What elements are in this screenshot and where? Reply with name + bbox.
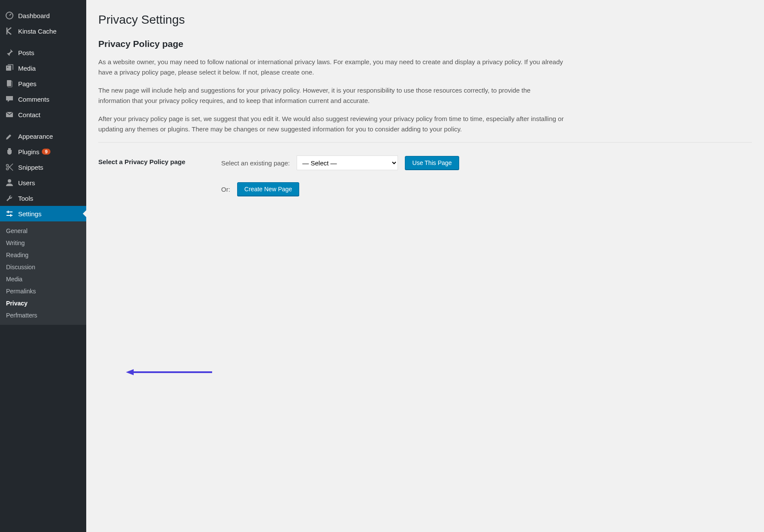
plugins-icon: [5, 147, 14, 156]
main-content: Privacy Settings Privacy Policy page As …: [86, 0, 764, 532]
settings-icon: [5, 209, 14, 218]
use-this-page-button[interactable]: Use This Page: [405, 156, 459, 170]
sidebar-item-label: Tools: [18, 195, 33, 202]
sidebar-item-label: Contact: [18, 111, 41, 118]
contact-icon: [5, 110, 14, 119]
submenu-item-privacy[interactable]: Privacy: [0, 297, 86, 309]
submenu-item-writing[interactable]: Writing: [0, 237, 86, 249]
sidebar-item-pages[interactable]: Pages: [0, 76, 86, 91]
form-row-label: Select a Privacy Policy page: [98, 156, 221, 165]
sidebar-item-plugins[interactable]: Plugins 9: [0, 144, 86, 159]
sidebar-item-label: Plugins: [18, 148, 39, 156]
sidebar-item-contact[interactable]: Contact: [0, 107, 86, 122]
media-icon: [5, 64, 14, 72]
sidebar-item-label: Kinsta Cache: [18, 28, 56, 35]
pin-icon: [5, 48, 14, 57]
submenu-item-media[interactable]: Media: [0, 273, 86, 285]
sidebar-item-appearance[interactable]: Appearance: [0, 128, 86, 144]
existing-page-label: Select an existing page:: [221, 159, 290, 167]
submenu-item-general[interactable]: General: [0, 225, 86, 237]
section-divider: [98, 142, 752, 143]
svg-point-8: [8, 179, 11, 183]
page-title: Privacy Settings: [98, 13, 752, 27]
sidebar-item-comments[interactable]: Comments: [0, 91, 86, 107]
sidebar-item-settings[interactable]: Settings: [0, 206, 86, 221]
sidebar-item-label: Users: [18, 179, 35, 187]
or-label: Or:: [221, 186, 230, 193]
sidebar-item-label: Media: [18, 65, 36, 72]
svg-rect-11: [8, 211, 9, 213]
comments-icon: [5, 95, 14, 103]
settings-submenu: General Writing Reading Discussion Media…: [0, 221, 86, 325]
privacy-policy-form-row: Select a Privacy Policy page Select an e…: [98, 156, 752, 208]
sidebar-item-label: Pages: [18, 80, 37, 87]
submenu-item-perfmatters[interactable]: Perfmatters: [0, 309, 86, 321]
intro-text: As a website owner, you may need to foll…: [98, 57, 752, 134]
sidebar-item-label: Comments: [18, 96, 50, 103]
svg-rect-1: [6, 65, 11, 71]
svg-point-2: [7, 67, 8, 68]
privacy-page-select[interactable]: — Select —: [297, 156, 398, 170]
sidebar-item-label: Posts: [18, 49, 34, 56]
sidebar-item-label: Dashboard: [18, 12, 50, 19]
sidebar-item-label: Settings: [18, 210, 41, 218]
sidebar-item-kinsta-cache[interactable]: Kinsta Cache: [0, 23, 86, 39]
intro-paragraph-2: The new page will include help and sugge…: [98, 85, 564, 106]
pages-icon: [5, 79, 14, 88]
dashboard-icon: [5, 11, 14, 20]
sidebar-item-label: Appearance: [18, 133, 53, 140]
section-title: Privacy Policy page: [98, 39, 752, 49]
sidebar-item-media[interactable]: Media: [0, 60, 86, 76]
sidebar-item-users[interactable]: Users: [0, 175, 86, 190]
svg-marker-14: [126, 369, 134, 375]
svg-rect-12: [10, 214, 11, 217]
tools-icon: [5, 194, 14, 202]
annotation-arrow-icon: [126, 368, 212, 376]
svg-rect-9: [6, 212, 13, 212]
kinsta-icon: [5, 27, 14, 35]
intro-paragraph-3: After your privacy policy page is set, w…: [98, 114, 564, 134]
admin-sidebar: Dashboard Kinsta Cache Posts Media Pages…: [0, 0, 86, 532]
plugin-update-badge: 9: [42, 149, 50, 155]
submenu-item-reading[interactable]: Reading: [0, 249, 86, 261]
sidebar-item-label: Snippets: [18, 164, 43, 171]
sidebar-item-posts[interactable]: Posts: [0, 45, 86, 60]
appearance-icon: [5, 132, 14, 140]
sidebar-item-snippets[interactable]: Snippets: [0, 159, 86, 175]
submenu-item-permalinks[interactable]: Permalinks: [0, 285, 86, 297]
svg-rect-10: [6, 215, 13, 216]
users-icon: [5, 178, 14, 187]
create-new-page-button[interactable]: Create New Page: [237, 182, 300, 196]
sidebar-item-dashboard[interactable]: Dashboard: [0, 8, 86, 23]
sidebar-item-tools[interactable]: Tools: [0, 190, 86, 206]
intro-paragraph-1: As a website owner, you may need to foll…: [98, 57, 564, 78]
snippets-icon: [5, 163, 14, 171]
submenu-item-discussion[interactable]: Discussion: [0, 261, 86, 273]
